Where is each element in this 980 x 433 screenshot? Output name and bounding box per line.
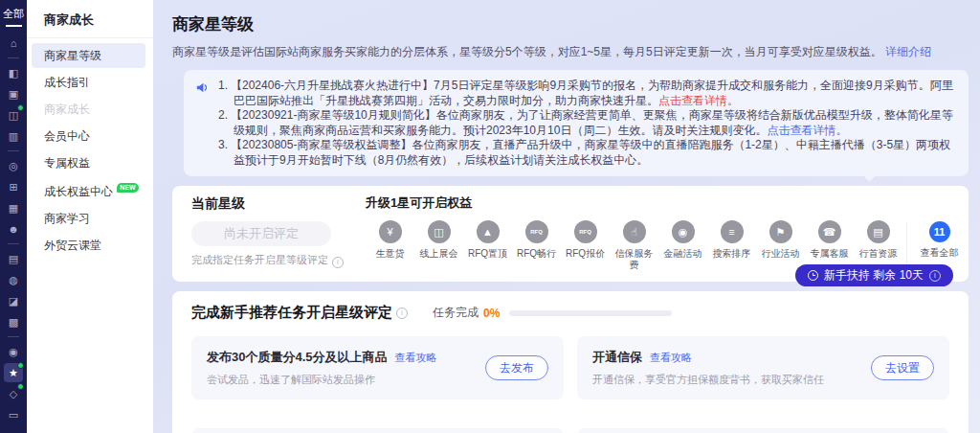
progress-bar <box>509 310 672 316</box>
benefit-item[interactable]: ⚑ 行业活动 <box>756 220 805 271</box>
newbie-tasks-card: 完成新手推荐任务开启星级评定 i 任务完成 0% 发布30个质量分4.5分及以上… <box>172 291 969 433</box>
package-icon[interactable]: ▣ <box>4 84 23 103</box>
sidebar-item-label: 商家学习 <box>44 212 90 225</box>
level-hint: 完成指定任务开启星等级评定i <box>191 253 354 268</box>
rail-group-divider <box>8 336 19 337</box>
sidebar-menu: 商家星等级 成长指引 商家成长 会员中心 专属权益 <box>27 43 153 258</box>
rail-icon-list: ⌂ ◧ ▣ ◫ ▥ ◎ <box>4 33 23 425</box>
benefit-item[interactable]: ▲ RFQ置顶 <box>463 220 512 271</box>
sidebar-item[interactable]: 商家学习 <box>32 206 145 231</box>
analytics-icon[interactable]: ▥ <box>4 126 23 146</box>
view-details-link[interactable]: 点击查看详情。 <box>658 94 739 107</box>
task-action-button[interactable]: 去发布 <box>485 355 548 380</box>
task-guide-link[interactable]: 查看攻略 <box>395 352 437 363</box>
benefit-item[interactable]: ≡ 搜索排序 <box>707 220 756 271</box>
rail-item: ▣ <box>4 83 23 104</box>
benefit-label: RFQ置顶 <box>466 248 509 260</box>
benefit-icon: ☝ <box>623 220 646 243</box>
growth-star-icon[interactable]: ★ <box>4 363 23 382</box>
view-all-benefits[interactable]: 11 查看全部 <box>915 220 964 259</box>
storefront-icon[interactable]: ⊞ <box>4 177 23 196</box>
store-icon[interactable]: ◧ <box>4 63 23 82</box>
rail-item: ◪ <box>4 290 23 311</box>
benefits-heading: 升级1星可开启权益 <box>366 194 964 212</box>
sidebar-item[interactable]: 商家星等级 <box>32 43 145 68</box>
sidebar-item[interactable]: 成长权益中心 NEW <box>32 177 145 204</box>
info-icon[interactable]: i <box>332 257 344 268</box>
media-icon[interactable]: ▦ <box>4 198 23 217</box>
benefit-icon: ☎ <box>818 220 841 243</box>
rail-item: ▦ <box>4 197 23 218</box>
shield-check-icon[interactable]: ◉ <box>4 342 23 361</box>
task-description: 开通信保，享受官方担保额度背书，获取买家信任 <box>592 373 824 387</box>
sidebar-item-label: 外贸云课堂 <box>44 239 101 252</box>
page-description: 商家星等级是评估国际站商家服务买家能力的分层体系，星等级分5个等级，对应1~5星… <box>172 44 969 59</box>
task-action-button[interactable]: 去设置 <box>871 355 934 380</box>
app-rail: 全部 ⌂ ◧ ▣ ◫ ▥ <box>0 0 27 433</box>
benefit-icon: RFQ <box>525 220 548 243</box>
view-all-label: 查看全部 <box>918 247 961 259</box>
rail-item: ◇ <box>4 383 23 404</box>
newbie-badge-text: 新手扶持 剩余 10天 <box>824 267 924 284</box>
rail-item: ▭ <box>4 404 23 425</box>
sidebar-item-label: 成长权益中心 <box>44 185 113 198</box>
detail-intro-link[interactable]: 详细介绍 <box>885 45 931 58</box>
benefits-separator <box>906 222 907 264</box>
announcement-item: 1.【202406-六月升星挑战赛火热进行中】7月5日评定星等级影响9月采购节的… <box>218 79 955 108</box>
benefit-item[interactable]: RFQ RFQ报价 <box>561 220 610 271</box>
customers-icon[interactable]: ☻ <box>4 219 23 239</box>
benefit-label: RFQ报价 <box>564 248 607 260</box>
task-title: 发布30个质量分4.5分及以上商品查看攻略 <box>207 349 437 366</box>
sidebar-item[interactable]: 会员中心 <box>32 124 145 148</box>
rail-item: ⊞ <box>4 176 23 197</box>
benefit-label: 信保服务费 <box>612 248 656 271</box>
announcement-text: 【20230805-商家星等级权益调整】各位商家朋友，直播产品升级中，商家星等级… <box>231 138 950 167</box>
rail-item: ◉ <box>4 332 23 362</box>
rail-group-divider <box>8 150 19 151</box>
announcement-number: 3. <box>218 138 228 151</box>
sidebar-item[interactable]: 成长指引 <box>32 70 145 95</box>
sidebar-item[interactable]: 外贸云课堂 <box>32 233 145 258</box>
megaphone-icon[interactable]: ◎ <box>4 156 23 175</box>
new-badge: NEW <box>117 183 138 193</box>
info-icon[interactable]: i <box>396 308 408 319</box>
announcement-item: 2.【20230921-商家星等级10月规则简化】各位商家朋友，为了让商家经营更… <box>218 108 955 138</box>
announcement-list: 1.【202406-六月升星挑战赛火热进行中】7月5日评定星等级影响9月采购节的… <box>218 79 955 168</box>
rail-group-divider <box>8 243 19 244</box>
announcement-tail <box>863 170 876 182</box>
products-icon[interactable]: ◫ <box>4 105 23 125</box>
benefits-diamond-icon[interactable]: ◇ <box>4 384 23 403</box>
briefcase-icon[interactable]: ◪ <box>4 291 23 310</box>
rail-all-underline <box>6 25 22 27</box>
tasks-heading: 完成新手推荐任务开启星级评定 <box>191 304 392 322</box>
benefit-label: 金融活动 <box>661 248 704 260</box>
announcement-item: 3.【20230805-商家星等级权益调整】各位商家朋友，直播产品升级中，商家星… <box>218 138 955 168</box>
task-card-body: 发布30个质量分4.5分及以上商品查看攻略 尝试发品，迅速了解国际站发品操作 <box>207 349 437 387</box>
task-guide-link[interactable]: 查看攻略 <box>650 352 692 363</box>
progress-value: 0% <box>483 307 500 320</box>
toolbox-icon[interactable]: ▭ <box>4 405 23 424</box>
sidebar-item[interactable]: 专属权益 <box>32 150 145 175</box>
benefit-item[interactable]: ◉ 金融活动 <box>658 220 707 271</box>
announcement-text: 【202406-六月升星挑战赛火热进行中】7月5日评定星等级影响9月采购节的报名… <box>231 79 953 107</box>
rail-item: ◎ <box>4 147 23 176</box>
benefit-item[interactable]: ¥ 生意贷 <box>366 220 414 271</box>
current-level-panel: 当前星级 尚未开启评定 完成指定任务开启星等级评定i <box>172 186 354 282</box>
benefit-item[interactable]: ◫ 线上展会 <box>414 220 463 271</box>
global-icon[interactable]: ◍ <box>4 270 23 289</box>
task-title: 开通信保查看攻略 <box>592 349 824 366</box>
rail-all-apps[interactable]: 全部 <box>3 7 24 21</box>
benefit-label: 行首资源 <box>857 248 900 260</box>
task-card: 发布1条非低质视频产品查看攻略 发布1条非低质的非图片生成的视频，并关联主题，以… <box>577 428 949 433</box>
sidebar-item[interactable]: 商家成长 <box>32 97 145 122</box>
newbie-support-badge: 新手扶持 剩余 10天 i <box>795 264 953 286</box>
rail-item: ▩ <box>4 311 23 332</box>
orders-icon[interactable]: ▤ <box>4 249 23 268</box>
view-details-link[interactable]: 点击查看详情。 <box>767 124 847 137</box>
rail-item: ◍ <box>4 269 23 290</box>
finance-icon[interactable]: ▩ <box>4 312 23 331</box>
home-icon[interactable]: ⌂ <box>4 34 23 53</box>
benefit-item[interactable]: ☝ 信保服务费 <box>610 220 658 271</box>
benefit-item[interactable]: RFQ RFQ畅行 <box>512 220 561 271</box>
info-icon[interactable]: i <box>929 270 941 282</box>
